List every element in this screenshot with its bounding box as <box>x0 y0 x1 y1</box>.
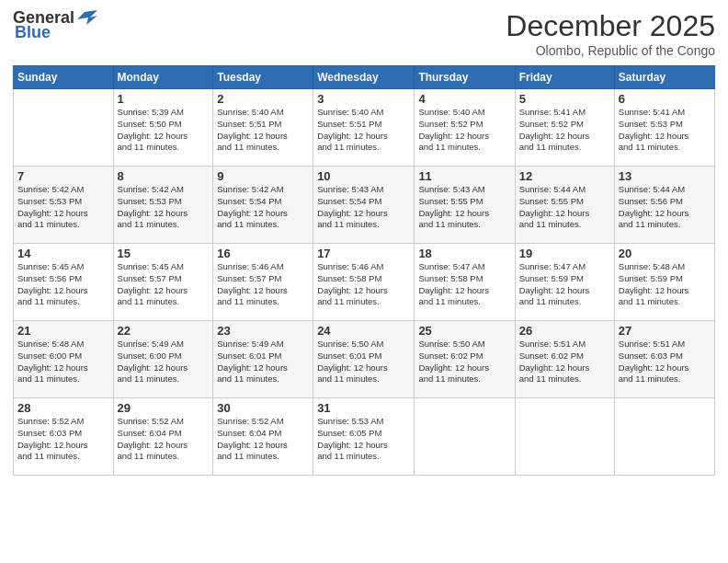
calendar-cell: 21Sunrise: 5:48 AMSunset: 6:00 PMDayligh… <box>14 321 114 398</box>
calendar-week-row: 7Sunrise: 5:42 AMSunset: 5:53 PMDaylight… <box>14 167 715 244</box>
calendar-cell: 8Sunrise: 5:42 AMSunset: 5:53 PMDaylight… <box>113 167 213 244</box>
day-number: 6 <box>619 92 711 106</box>
day-number: 7 <box>17 169 109 183</box>
calendar-cell: 30Sunrise: 5:52 AMSunset: 6:04 PMDayligh… <box>213 398 313 476</box>
calendar-cell: 10Sunrise: 5:43 AMSunset: 5:54 PMDayligh… <box>313 167 415 244</box>
calendar-col-friday: Friday <box>515 66 614 89</box>
calendar-cell: 20Sunrise: 5:48 AMSunset: 5:59 PMDayligh… <box>614 244 714 321</box>
calendar-cell: 6Sunrise: 5:41 AMSunset: 5:53 PMDaylight… <box>614 89 714 167</box>
calendar-cell: 31Sunrise: 5:53 AMSunset: 6:05 PMDayligh… <box>313 398 415 476</box>
day-info: Sunrise: 5:44 AMSunset: 5:56 PMDaylight:… <box>619 184 711 231</box>
day-info: Sunrise: 5:50 AMSunset: 6:01 PMDaylight:… <box>317 339 410 385</box>
calendar-cell: 11Sunrise: 5:43 AMSunset: 5:55 PMDayligh… <box>415 167 515 244</box>
day-info: Sunrise: 5:52 AMSunset: 6:04 PMDaylight:… <box>217 416 309 463</box>
day-info: Sunrise: 5:45 AMSunset: 5:56 PMDaylight:… <box>17 261 109 308</box>
day-number: 30 <box>217 401 309 415</box>
day-number: 26 <box>519 324 610 338</box>
logo-blue-text: Blue <box>15 24 51 42</box>
day-info: Sunrise: 5:51 AMSunset: 6:03 PMDaylight:… <box>619 339 711 385</box>
calendar-cell: 1Sunrise: 5:39 AMSunset: 5:50 PMDaylight… <box>113 89 213 167</box>
calendar-cell <box>614 398 714 476</box>
calendar-cell: 14Sunrise: 5:45 AMSunset: 5:56 PMDayligh… <box>14 244 114 321</box>
calendar-col-thursday: Thursday <box>415 66 515 89</box>
day-info: Sunrise: 5:49 AMSunset: 6:01 PMDaylight:… <box>217 339 309 385</box>
title-block: December 2025 Olombo, Republic of the Co… <box>506 9 715 58</box>
day-info: Sunrise: 5:44 AMSunset: 5:55 PMDaylight:… <box>519 184 610 231</box>
logo-bird-icon <box>77 10 97 27</box>
calendar-cell: 17Sunrise: 5:46 AMSunset: 5:58 PMDayligh… <box>313 244 415 321</box>
day-number: 24 <box>317 324 410 338</box>
calendar-cell: 5Sunrise: 5:41 AMSunset: 5:52 PMDaylight… <box>515 89 614 167</box>
svg-marker-0 <box>77 10 97 25</box>
day-info: Sunrise: 5:46 AMSunset: 5:58 PMDaylight:… <box>317 261 410 308</box>
day-number: 5 <box>519 92 610 106</box>
day-info: Sunrise: 5:42 AMSunset: 5:54 PMDaylight:… <box>217 184 309 231</box>
day-info: Sunrise: 5:40 AMSunset: 5:52 PMDaylight:… <box>418 107 510 154</box>
day-number: 31 <box>317 401 410 415</box>
calendar-cell: 19Sunrise: 5:47 AMSunset: 5:59 PMDayligh… <box>515 244 614 321</box>
calendar-cell: 13Sunrise: 5:44 AMSunset: 5:56 PMDayligh… <box>614 167 714 244</box>
calendar-cell: 2Sunrise: 5:40 AMSunset: 5:51 PMDaylight… <box>213 89 313 167</box>
day-info: Sunrise: 5:52 AMSunset: 6:04 PMDaylight:… <box>118 416 210 463</box>
day-number: 18 <box>418 247 510 260</box>
day-info: Sunrise: 5:46 AMSunset: 5:57 PMDaylight:… <box>217 261 309 308</box>
calendar-cell: 16Sunrise: 5:46 AMSunset: 5:57 PMDayligh… <box>213 244 313 321</box>
calendar-cell: 25Sunrise: 5:50 AMSunset: 6:02 PMDayligh… <box>415 321 515 398</box>
day-number: 28 <box>17 401 109 415</box>
day-number: 19 <box>519 247 610 260</box>
page: General Blue December 2025 Olombo, Repub… <box>0 0 728 563</box>
day-number: 2 <box>217 92 309 106</box>
day-number: 10 <box>317 169 410 183</box>
calendar-week-row: 1Sunrise: 5:39 AMSunset: 5:50 PMDaylight… <box>14 89 715 167</box>
day-info: Sunrise: 5:53 AMSunset: 6:05 PMDaylight:… <box>317 416 410 463</box>
day-number: 17 <box>317 247 410 260</box>
calendar-cell: 9Sunrise: 5:42 AMSunset: 5:54 PMDaylight… <box>213 167 313 244</box>
calendar-table: SundayMondayTuesdayWednesdayThursdayFrid… <box>13 65 715 476</box>
day-number: 16 <box>217 247 309 260</box>
calendar-week-row: 14Sunrise: 5:45 AMSunset: 5:56 PMDayligh… <box>14 244 715 321</box>
day-number: 15 <box>118 247 210 260</box>
day-info: Sunrise: 5:47 AMSunset: 5:58 PMDaylight:… <box>418 261 510 308</box>
day-number: 9 <box>217 169 309 183</box>
calendar-cell: 27Sunrise: 5:51 AMSunset: 6:03 PMDayligh… <box>614 321 714 398</box>
day-info: Sunrise: 5:42 AMSunset: 5:53 PMDaylight:… <box>118 184 210 231</box>
day-number: 22 <box>118 324 210 338</box>
day-info: Sunrise: 5:41 AMSunset: 5:52 PMDaylight:… <box>519 107 610 154</box>
calendar-week-row: 28Sunrise: 5:52 AMSunset: 6:03 PMDayligh… <box>14 398 715 476</box>
day-number: 20 <box>619 247 711 260</box>
day-number: 21 <box>17 324 109 338</box>
calendar-col-sunday: Sunday <box>14 66 114 89</box>
day-info: Sunrise: 5:51 AMSunset: 6:02 PMDaylight:… <box>519 339 610 385</box>
calendar-col-saturday: Saturday <box>614 66 714 89</box>
calendar-cell: 18Sunrise: 5:47 AMSunset: 5:58 PMDayligh… <box>415 244 515 321</box>
calendar-cell: 12Sunrise: 5:44 AMSunset: 5:55 PMDayligh… <box>515 167 614 244</box>
day-info: Sunrise: 5:43 AMSunset: 5:55 PMDaylight:… <box>418 184 510 231</box>
day-info: Sunrise: 5:43 AMSunset: 5:54 PMDaylight:… <box>317 184 410 231</box>
calendar-cell <box>515 398 614 476</box>
calendar-col-tuesday: Tuesday <box>213 66 313 89</box>
day-number: 11 <box>418 169 510 183</box>
calendar-cell: 4Sunrise: 5:40 AMSunset: 5:52 PMDaylight… <box>415 89 515 167</box>
subtitle: Olombo, Republic of the Congo <box>506 43 715 58</box>
calendar-col-wednesday: Wednesday <box>313 66 415 89</box>
day-info: Sunrise: 5:48 AMSunset: 6:00 PMDaylight:… <box>17 339 109 385</box>
header: General Blue December 2025 Olombo, Repub… <box>13 9 715 58</box>
day-info: Sunrise: 5:49 AMSunset: 6:00 PMDaylight:… <box>118 339 210 385</box>
day-number: 4 <box>418 92 510 106</box>
calendar-cell: 22Sunrise: 5:49 AMSunset: 6:00 PMDayligh… <box>113 321 213 398</box>
day-number: 13 <box>619 169 711 183</box>
calendar-cell: 15Sunrise: 5:45 AMSunset: 5:57 PMDayligh… <box>113 244 213 321</box>
calendar-cell: 26Sunrise: 5:51 AMSunset: 6:02 PMDayligh… <box>515 321 614 398</box>
day-info: Sunrise: 5:41 AMSunset: 5:53 PMDaylight:… <box>619 107 711 154</box>
calendar-header-row: SundayMondayTuesdayWednesdayThursdayFrid… <box>14 66 715 89</box>
day-info: Sunrise: 5:40 AMSunset: 5:51 PMDaylight:… <box>217 107 309 154</box>
day-info: Sunrise: 5:47 AMSunset: 5:59 PMDaylight:… <box>519 261 610 308</box>
day-number: 25 <box>418 324 510 338</box>
day-info: Sunrise: 5:50 AMSunset: 6:02 PMDaylight:… <box>418 339 510 385</box>
day-info: Sunrise: 5:42 AMSunset: 5:53 PMDaylight:… <box>17 184 109 231</box>
day-number: 23 <box>217 324 309 338</box>
day-info: Sunrise: 5:39 AMSunset: 5:50 PMDaylight:… <box>118 107 210 154</box>
calendar-cell: 7Sunrise: 5:42 AMSunset: 5:53 PMDaylight… <box>14 167 114 244</box>
calendar-cell: 3Sunrise: 5:40 AMSunset: 5:51 PMDaylight… <box>313 89 415 167</box>
day-number: 29 <box>118 401 210 415</box>
